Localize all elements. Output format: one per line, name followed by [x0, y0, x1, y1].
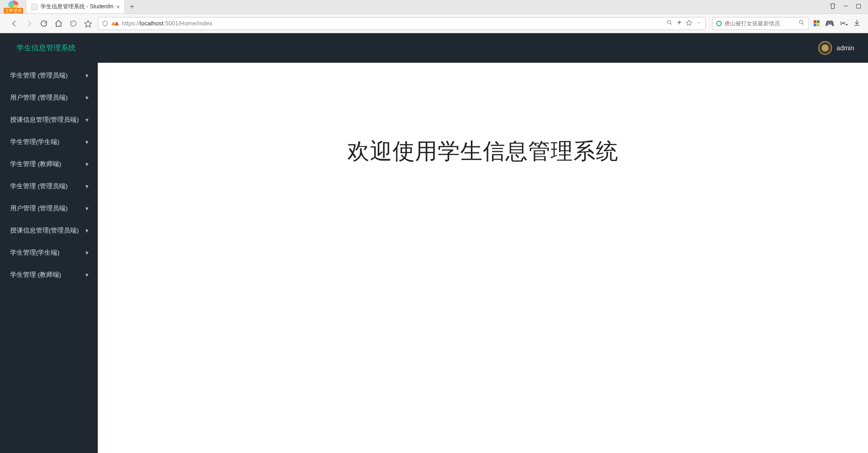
chevron-down-icon: ▼	[84, 161, 89, 167]
main-content: 欢迎使用学生信息管理系统	[98, 63, 868, 453]
chevron-down-icon: ▼	[84, 228, 89, 233]
reload-button[interactable]	[40, 19, 48, 28]
tab-close-icon[interactable]: ×	[116, 4, 120, 10]
search-icon[interactable]	[798, 19, 805, 27]
sidebar-item-label: 学生管理 (教师端)	[10, 160, 61, 168]
forward-button[interactable]	[25, 19, 33, 28]
chevron-down-icon: ▼	[84, 272, 89, 278]
bookmark-star-icon[interactable]	[84, 19, 92, 28]
url-action-icons	[666, 19, 702, 27]
back-button[interactable]	[10, 19, 18, 28]
sidebar-item-label: 用户管理 (管理员端)	[10, 204, 68, 213]
sidebar-item-label: 学生管理(学生端)	[10, 249, 59, 257]
svg-line-8	[802, 23, 803, 24]
svg-marker-5	[678, 20, 682, 25]
avatar	[818, 41, 832, 55]
svg-rect-1	[856, 4, 861, 8]
chevron-down-icon: ▼	[84, 184, 89, 189]
window-controls	[823, 0, 868, 13]
extension-icons: 🎮 ✂▾	[814, 19, 861, 28]
chevron-down-icon: ▼	[84, 117, 89, 123]
browser-tab[interactable]: 学生信息管理系统 - StudentIn ×	[27, 0, 125, 13]
sidebar-item-label: 授课信息管理(管理员端)	[10, 226, 79, 235]
sidebar-item-student-admin-2[interactable]: 学生管理 (管理员端) ▼	[0, 175, 98, 197]
app-header: 学生信息管理系统 admin	[0, 33, 868, 63]
sidebar-item-student-teacher[interactable]: 学生管理 (教师端) ▼	[0, 153, 98, 175]
browser-search-input[interactable]	[725, 20, 796, 27]
svg-line-4	[670, 23, 672, 24]
apps-grid-icon[interactable]	[814, 20, 820, 26]
chevron-down-icon: ▼	[84, 139, 89, 145]
window-skin-icon[interactable]	[829, 3, 836, 11]
svg-point-3	[667, 20, 671, 24]
username-label: admin	[837, 44, 854, 52]
sidebar-item-student-teacher-2[interactable]: 学生管理 (教师端) ▼	[0, 264, 98, 286]
favorite-star-icon[interactable]	[686, 19, 692, 27]
sidebar-item-label: 学生管理 (教师端)	[10, 271, 61, 279]
browser-search-box[interactable]	[712, 17, 809, 30]
login-badge[interactable]: 立即登录	[4, 8, 23, 13]
sidebar-item-teaching-admin-2[interactable]: 授课信息管理(管理员端) ▼	[0, 220, 98, 242]
undo-nav-button[interactable]	[69, 19, 77, 28]
chevron-down-icon: ▼	[84, 95, 89, 101]
chevron-down-icon[interactable]	[696, 20, 702, 27]
sidebar-item-student-student[interactable]: 学生管理(学生端) ▼	[0, 131, 98, 153]
user-menu[interactable]: admin	[818, 41, 854, 55]
welcome-heading: 欢迎使用学生信息管理系统	[347, 137, 618, 453]
browser-logo[interactable]: 立即登录	[0, 0, 27, 13]
tab-title: 学生信息管理系统 - StudentIn	[41, 3, 113, 11]
chevron-down-icon: ▼	[84, 206, 89, 211]
browser-address-bar: https://localhost:5001/Home/Index	[0, 14, 868, 33]
url-text: https://localhost:5001/Home/Index	[122, 20, 664, 27]
app-title[interactable]: 学生信息管理系统	[17, 43, 76, 53]
search-engine-icon	[716, 21, 722, 26]
sidebar-item-teaching-admin[interactable]: 授课信息管理(管理员端) ▼	[0, 109, 98, 131]
sidebar-item-label: 学生管理 (管理员端)	[10, 72, 68, 80]
app-body: 学生管理 (管理员端) ▼ 用户管理 (管理员端) ▼ 授课信息管理(管理员端)…	[0, 63, 868, 453]
sidebar-item-label: 学生管理 (管理员端)	[10, 182, 68, 191]
svg-point-7	[799, 20, 803, 24]
sidebar: 学生管理 (管理员端) ▼ 用户管理 (管理员端) ▼ 授课信息管理(管理员端)…	[0, 63, 98, 453]
zoom-icon[interactable]	[666, 19, 673, 27]
chevron-down-icon: ▼	[84, 250, 89, 256]
nav-buttons	[4, 19, 95, 28]
tab-favicon-icon	[31, 4, 38, 10]
download-icon[interactable]	[853, 19, 861, 28]
sidebar-item-label: 学生管理(学生端)	[10, 138, 59, 146]
gamepad-icon[interactable]: 🎮	[825, 19, 834, 28]
svg-marker-6	[686, 20, 692, 25]
security-warning-icon	[111, 21, 119, 25]
sidebar-item-label: 用户管理 (管理员端)	[10, 94, 68, 102]
sidebar-item-student-admin[interactable]: 学生管理 (管理员端) ▼	[0, 65, 98, 87]
shield-icon	[102, 20, 108, 27]
url-input[interactable]: https://localhost:5001/Home/Index	[98, 17, 706, 30]
sidebar-item-user-admin[interactable]: 用户管理 (管理员端) ▼	[0, 87, 98, 109]
toolbar-right: 🎮 ✂▾	[708, 17, 864, 30]
sidebar-item-label: 授课信息管理(管理员端)	[10, 116, 79, 124]
sidebar-item-student-student-2[interactable]: 学生管理(学生端) ▼	[0, 242, 98, 264]
home-button[interactable]	[54, 19, 63, 28]
svg-marker-2	[85, 20, 92, 27]
browser-tab-bar: 立即登录 学生信息管理系统 - StudentIn × ＋	[0, 0, 868, 14]
window-minimize-icon[interactable]	[843, 3, 849, 11]
sidebar-item-user-admin-2[interactable]: 用户管理 (管理员端) ▼	[0, 197, 98, 220]
flash-icon[interactable]	[677, 19, 682, 27]
new-tab-button[interactable]: ＋	[125, 0, 139, 13]
chevron-down-icon: ▼	[84, 73, 89, 78]
scissors-icon[interactable]: ✂▾	[840, 19, 848, 28]
window-maximize-icon[interactable]	[856, 3, 862, 11]
